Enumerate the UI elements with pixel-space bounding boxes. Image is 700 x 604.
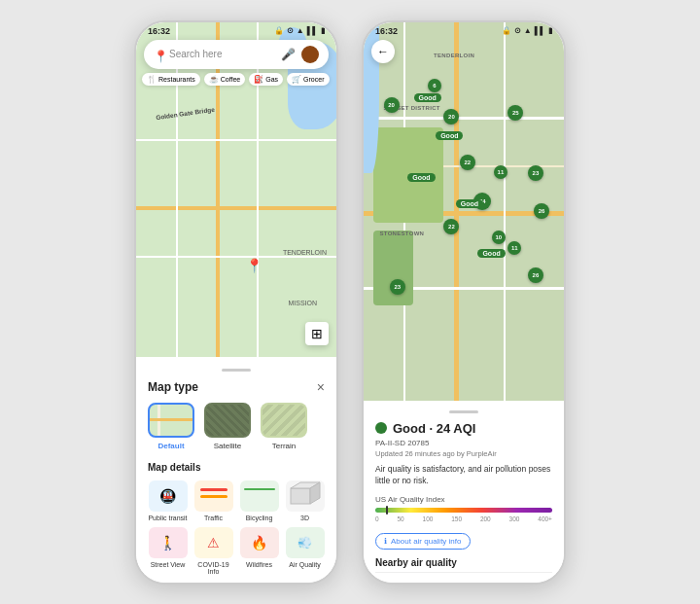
sheet-title: Map type [148,380,198,394]
battery-icon: ▮ [321,26,325,35]
default-thumb [148,403,194,438]
svg-rect-0 [291,488,310,504]
tenderloin-label2: TENDERLOIN [434,53,474,58]
terrain-label: Terrain [272,442,296,450]
streetview-thumb [149,527,188,558]
aqi-label-100: 100 [423,515,434,522]
detail-bicycling[interactable]: Bicycling [239,480,279,521]
chip-grocery[interactable]: 🛒 Grocer [287,73,329,86]
status-time-2: 16:32 [375,26,398,36]
aqi-marker[interactable]: 6 [428,79,441,92]
road-h2 [136,139,336,141]
aqi-bar-labels: 0 50 100 150 200 300 400+ [375,515,552,522]
phone-1: 16:32 🔒 ⊙ ▲ ▌▌ ▮ [134,20,338,585]
chip-grocery-label: Grocer [303,76,324,83]
gas-icon: ⛽ [254,75,263,84]
sheet-header: Map type × [148,379,325,395]
aqi-title-row: Good · 24 AQI [375,421,552,436]
user-avatar[interactable] [301,46,319,63]
aqi-label-300: 300 [509,515,520,522]
close-button[interactable]: × [317,379,325,395]
good-label: Good [414,93,441,102]
search-overlay: 📍 Search here 🎤 [144,40,329,69]
aqi-marker[interactable]: 23 [528,165,543,181]
status-bar-2: 16:32 🔒 ⊙ ▲ ▌▌ ▮ [364,22,564,40]
aqi-description: Air quality is satisfactory, and air pol… [375,464,552,487]
aqi-update: Updated 26 minutes ago by PurpleAir [375,449,552,458]
chip-coffee-label: Coffee [221,76,241,83]
satellite-label: Satellite [214,442,241,450]
about-air-quality-link[interactable]: ℹ About air quality info [375,533,471,550]
3d-label: 3D [300,515,309,521]
location-icon-2: ⊙ [514,26,521,35]
status-icons-2: 🔒 ⊙ ▲ ▌▌ ▮ [502,26,552,35]
transit-thumb [149,480,188,512]
aqi-marker[interactable]: 26 [528,267,543,283]
road2-v3 [504,22,506,401]
aqi-station: PA-II-SD 20785 [375,439,552,447]
aqi-marker[interactable]: 22 [460,155,475,170]
aqi-label-200: 200 [480,515,491,522]
tenderloin-label: TENDERLOIN [283,249,327,256]
phone-2: 16:32 🔒 ⊙ ▲ ▌▌ ▮ [362,20,566,585]
lock-icon: 🔒 [274,26,284,35]
detail-3d[interactable]: 3D [285,480,325,521]
chip-restaurant-label: Restaurants [158,76,195,83]
restaurant-icon: 🍴 [147,75,157,84]
chip-coffee[interactable]: ☕ Coffee [204,73,246,86]
aqi-marker[interactable]: 11 [508,241,521,255]
mic-icon[interactable]: 🎤 [281,48,296,61]
map-type-terrain[interactable]: Terrain [261,403,307,450]
about-link-text: About air quality info [391,537,462,546]
search-bar[interactable]: 📍 Search here 🎤 [144,40,329,69]
wildfires-thumb [240,527,279,558]
detail-transit[interactable]: Public transit [148,480,188,521]
detail-airquality[interactable]: Air Quality [285,527,325,575]
aqi-marker[interactable]: 10 [492,231,506,244]
park2-south [373,231,413,306]
chip-restaurants[interactable]: 🍴 Restaurants [142,73,200,86]
layers-icon: ⊞ [311,326,323,341]
drag-handle [222,369,251,372]
aqi-label-50: 50 [397,515,403,522]
map-details-label: Map details [148,462,325,473]
golden-gate-label: Golden Gate Bridge [156,105,215,120]
map-details-grid: Public transit Traffic Bicycling [148,480,325,575]
bicycling-label: Bicycling [246,515,273,521]
map-type-default[interactable]: Default [148,403,194,450]
good-label: Good [436,131,463,140]
detail-traffic[interactable]: Traffic [193,480,233,521]
layers-button[interactable]: ⊞ [305,322,329,345]
wifi-icon-2: ▲ [524,26,532,35]
detail-streetview[interactable]: Street View [148,527,188,575]
aqi-marker[interactable]: 20 [384,97,400,113]
good-label: Good [407,173,435,182]
wildfires-label: Wildfires [246,561,272,568]
map-type-sheet: Map type × Default Satellite Terrain [136,357,336,583]
detail-wildfires[interactable]: Wildfires [239,527,279,575]
status-time-1: 16:32 [148,26,170,36]
lock-icon-2: 🔒 [502,26,511,35]
map-background-2: SUNSET DISTRICT TENDERLOIN STONESTOWN 62… [364,22,564,401]
wifi-icon: ▲ [297,26,304,35]
traffic-thumb [194,480,233,512]
aqi-quality-dot [375,422,387,434]
aqi-quality-label: Good · 24 AQI [393,421,475,436]
map-area-2: SUNSET DISTRICT TENDERLOIN STONESTOWN 62… [364,22,564,401]
nearby-air-quality-label: Nearby air quality [375,557,552,573]
aqi-label-0: 0 [375,515,379,522]
map-type-satellite[interactable]: Satellite [204,403,251,450]
aqi-marker[interactable]: 23 [390,279,405,295]
covid-label: COVID-19 Info [193,561,233,575]
chip-gas[interactable]: ⛽ Gas [249,73,283,86]
bicycling-thumb [240,480,279,512]
streetview-label: Street View [151,561,186,568]
aqi-marker[interactable]: 26 [534,203,549,219]
back-button[interactable]: ← [371,40,395,63]
traffic-label: Traffic [204,515,223,521]
search-text[interactable]: Search here [169,49,275,59]
aqi-gradient-bar [375,508,552,513]
detail-covid[interactable]: COVID-19 Info [193,527,233,575]
aqi-panel: Good · 24 AQI PA-II-SD 20785 Updated 26 … [364,401,564,583]
3d-thumb [286,480,325,512]
